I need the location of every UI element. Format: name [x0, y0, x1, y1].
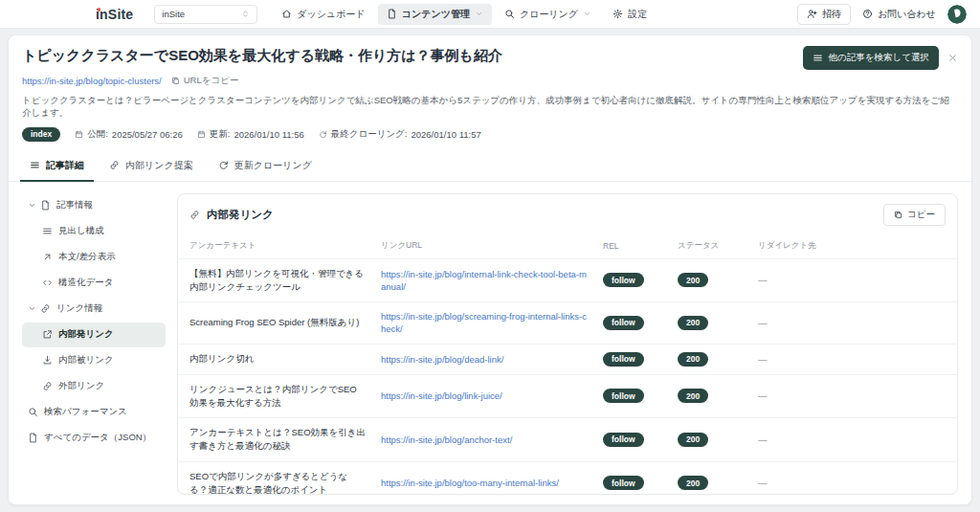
- column-header: REL: [603, 241, 678, 251]
- project-select[interactable]: inSite: [154, 5, 257, 24]
- redirect-dash: —: [758, 318, 946, 328]
- sidebar-item-9[interactable]: すべてのデータ（JSON）: [22, 426, 166, 451]
- logo-dot: [98, 8, 101, 11]
- rel-badge: follow: [603, 273, 644, 287]
- sidebar-item-4[interactable]: リンク情報: [22, 297, 166, 322]
- updated-meta: 更新: 2026/01/10 11:56: [197, 128, 304, 141]
- sidebar-item-8[interactable]: 検索パフォーマンス: [22, 400, 166, 425]
- question-icon: [862, 9, 873, 19]
- column-header: リンクURL: [381, 240, 603, 252]
- table-row-2: 内部リンク切れhttps://in-site.jp/blog/dead-link…: [178, 344, 957, 374]
- search-icon: [504, 9, 515, 19]
- anchor-text: 内部リンク切れ: [189, 352, 381, 366]
- arrow-up-right-icon: [42, 252, 53, 262]
- chev-icon: [28, 304, 36, 313]
- column-header: リダイレクト先: [758, 240, 946, 252]
- nav-item-2[interactable]: クローリング: [496, 4, 600, 25]
- table-row-5: SEOで内部リンクが多すぎるとどうなる？適正な数と最適化のポイントhttps:/…: [178, 461, 957, 495]
- table-row-4: アンカーテキストとは？SEO効果を引き出す書き方と最適化の秘訣https://i…: [178, 417, 957, 461]
- home-icon: [281, 9, 292, 19]
- anchor-text: Screaming Frog SEO Spider (無料版あり): [189, 316, 381, 329]
- search-icon: [28, 407, 38, 417]
- chev-icon: [28, 201, 36, 210]
- article-detail-card: トピッククラスターでSEO効果を最大化する戦略・作り方は？事例も紹介 他の記事を…: [8, 34, 972, 505]
- article-description: トピッククラスターとは？ピラーページとクラスターコンテンツを内部リンクで結ぶSE…: [22, 94, 958, 120]
- tab-bar: 記事詳細内部リンク提案更新クローリング: [9, 151, 971, 182]
- copy-table-button[interactable]: コピー: [883, 204, 946, 226]
- redirect-dash: —: [758, 275, 946, 285]
- topbar: inSite inSite ダッシュボードコンテンツ管理クローリング設定 招待 …: [0, 0, 980, 29]
- copy-icon: [171, 77, 180, 85]
- link-icon: [40, 303, 51, 314]
- page-title: トピッククラスターでSEO効果を最大化する戦略・作り方は？事例も紹介: [22, 46, 502, 65]
- copy-url-button[interactable]: URLをコピー: [171, 75, 239, 87]
- status-badge: 200: [678, 433, 708, 447]
- anchor-text: SEOで内部リンクが多すぎるとどうなる？適正な数と最適化のポイント: [189, 470, 381, 495]
- detail-sidebar: 記事情報見出し構成本文/差分表示構造化データリンク情報内部発リンク内部被リンク外…: [22, 191, 166, 504]
- tab-1[interactable]: 内部リンク提案: [100, 151, 203, 182]
- published-meta: 公開: 2025/05/27 06:26: [75, 128, 183, 141]
- link-url[interactable]: https://in-site.jp/blog/dead-link/: [381, 353, 603, 366]
- updated-value: 2026/01/10 11:56: [234, 129, 303, 140]
- nav-item-3[interactable]: 設定: [604, 4, 656, 25]
- sidebar-item-5[interactable]: 内部発リンク: [22, 323, 166, 347]
- menu-icon: [42, 226, 53, 236]
- link-icon: [109, 160, 120, 170]
- tab-2[interactable]: 更新クローリング: [209, 151, 322, 182]
- contact-button[interactable]: お問い合わせ: [862, 8, 936, 21]
- doc-icon: [40, 200, 51, 211]
- status-badge: 200: [678, 476, 708, 490]
- close-icon[interactable]: [947, 53, 958, 63]
- table-row-0: 【無料】内部リンクを可視化・管理できる内部リンクチェックツールhttps://i…: [178, 258, 957, 302]
- search-other-articles-button[interactable]: 他の記事を検索して選択: [803, 46, 939, 70]
- search-button-label: 他の記事を検索して選択: [829, 52, 929, 64]
- published-value: 2025/05/27 06:26: [112, 129, 183, 140]
- table-row-3: リンクジュースとは？内部リンクでSEO効果を最大化する方法https://in-…: [178, 374, 957, 418]
- sidebar-item-0[interactable]: 記事情報: [22, 193, 166, 218]
- nav-item-0[interactable]: ダッシュボード: [273, 4, 373, 25]
- sidebar-item-3[interactable]: 構造化データ: [22, 271, 166, 296]
- table-body: 【無料】内部リンクを可視化・管理できる内部リンクチェックツールhttps://i…: [178, 258, 957, 495]
- panel-header: 内部発リンク コピー: [178, 194, 957, 234]
- nav-item-1[interactable]: コンテンツ管理: [378, 4, 492, 25]
- link-icon: [42, 381, 53, 391]
- link-url[interactable]: https://in-site.jp/blog/internal-link-ch…: [381, 268, 603, 294]
- code-icon: [42, 278, 53, 288]
- anchor-text: アンカーテキストとは？SEO効果を引き出す書き方と最適化の秘訣: [189, 426, 381, 454]
- sidebar-item-1[interactable]: 見出し構成: [22, 219, 166, 244]
- avatar[interactable]: [947, 5, 967, 24]
- download-icon: [42, 355, 53, 366]
- main-nav: ダッシュボードコンテンツ管理クローリング設定: [273, 4, 656, 25]
- menu-icon: [30, 160, 40, 170]
- copy-url-label: URLをコピー: [184, 75, 239, 87]
- status-badge: 200: [678, 273, 708, 287]
- link-url[interactable]: https://in-site.jp/blog/screaming-frog-i…: [381, 310, 603, 336]
- link-url[interactable]: https://in-site.jp/blog/too-many-interna…: [381, 477, 603, 489]
- doc-icon: [387, 9, 397, 19]
- chev-icon: [475, 10, 483, 18]
- logo-text: inSite: [96, 7, 133, 22]
- menu-icon: [813, 53, 823, 63]
- column-header: アンカーテキスト: [189, 240, 381, 252]
- tab-0[interactable]: 記事詳細: [20, 151, 94, 182]
- index-badge: index: [22, 127, 60, 142]
- refresh-icon: [218, 160, 229, 170]
- link-url[interactable]: https://in-site.jp/blog/anchor-text/: [381, 434, 603, 446]
- gear-icon: [612, 9, 623, 19]
- sidebar-item-7[interactable]: 外部リンク: [22, 374, 166, 399]
- logo[interactable]: inSite: [96, 7, 133, 22]
- outbound-links-panel: 内部発リンク コピー アンカーテキストリンクURLRELステータスリダイレクト先…: [177, 193, 958, 495]
- contact-label: お問い合わせ: [878, 8, 936, 21]
- header-row: トピッククラスターでSEO効果を最大化する戦略・作り方は？事例も紹介 他の記事を…: [22, 46, 958, 70]
- sidebar-item-2[interactable]: 本文/差分表示: [22, 245, 166, 270]
- link-url[interactable]: https://in-site.jp/blog/link-juice/: [381, 390, 603, 402]
- rel-badge: follow: [603, 389, 644, 403]
- main-area: 内部発リンク コピー アンカーテキストリンクURLRELステータスリダイレクト先…: [166, 191, 958, 504]
- redirect-dash: —: [758, 434, 946, 445]
- header-actions: 他の記事を検索して選択: [788, 46, 958, 70]
- sidebar-item-6[interactable]: 内部被リンク: [22, 348, 166, 373]
- status-badge: 200: [678, 389, 708, 403]
- article-url-link[interactable]: https://in-site.jp/blog/topic-clusters/: [22, 76, 162, 86]
- invite-button[interactable]: 招待: [797, 4, 851, 25]
- link-icon: [189, 210, 200, 220]
